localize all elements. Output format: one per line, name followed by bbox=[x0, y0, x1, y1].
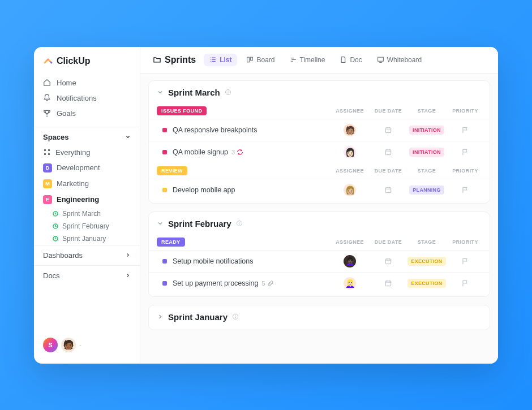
cell-assignee[interactable]: 👩🏼 bbox=[333, 184, 366, 196]
space-everything[interactable]: Everything bbox=[34, 145, 140, 160]
cell-due[interactable] bbox=[372, 279, 405, 287]
col-stage: STAGE bbox=[410, 108, 443, 114]
tab-list[interactable]: List bbox=[204, 54, 237, 66]
sprint-label: Sprint January bbox=[62, 235, 106, 243]
cell-priority[interactable] bbox=[449, 148, 482, 156]
info-icon[interactable] bbox=[236, 219, 243, 228]
cell-stage[interactable]: PLANNING bbox=[410, 185, 443, 195]
group-label[interactable]: ISSUES FOUND bbox=[157, 106, 207, 115]
sprint-title-row[interactable]: Sprint February bbox=[149, 219, 490, 234]
info-icon[interactable] bbox=[225, 88, 231, 97]
primary-nav: Home Notifications Goals bbox=[34, 74, 140, 122]
sprint-card: Sprint March ISSUES FOUND ASSIGNEE DUE D… bbox=[148, 80, 490, 204]
info-icon[interactable] bbox=[232, 312, 239, 322]
nav-home[interactable]: Home bbox=[34, 75, 140, 90]
cell-due[interactable] bbox=[372, 126, 405, 134]
space-label: Engineering bbox=[57, 195, 99, 204]
task-columns: 👩🏿‍🦱 EXECUTION bbox=[333, 255, 482, 267]
svg-rect-15 bbox=[385, 187, 391, 192]
spaces-header[interactable]: Spaces bbox=[34, 127, 140, 145]
task-columns: 👩🏻 INITIATION bbox=[333, 146, 482, 158]
task-columns: 🧑🏽 INITIATION bbox=[333, 124, 482, 136]
board-icon bbox=[246, 56, 254, 63]
svg-rect-18 bbox=[239, 223, 239, 225]
space-development[interactable]: D Development bbox=[34, 160, 140, 176]
cell-priority[interactable] bbox=[449, 126, 482, 134]
user-avatar-initial[interactable]: S bbox=[43, 338, 58, 352]
svg-rect-20 bbox=[385, 280, 391, 286]
docs-label: Docs bbox=[43, 271, 60, 280]
stage-badge: INITIATION bbox=[409, 148, 444, 157]
task-name: Set up payment processing5 bbox=[173, 279, 333, 287]
cell-stage[interactable]: INITIATION bbox=[410, 148, 443, 157]
task-row[interactable]: Set up payment processing5 👱🏻‍♀️ EXECUTI… bbox=[149, 272, 490, 294]
stage-badge: PLANNING bbox=[409, 185, 444, 195]
space-marketing[interactable]: M Marketing bbox=[34, 176, 140, 192]
cell-assignee[interactable]: 👩🏻 bbox=[333, 146, 366, 158]
cell-priority[interactable] bbox=[449, 257, 482, 265]
cell-stage[interactable]: EXECUTION bbox=[410, 257, 443, 266]
clickup-logo-icon bbox=[43, 56, 53, 66]
sidebar-dashboards[interactable]: Dashboards bbox=[34, 245, 140, 265]
cell-due[interactable] bbox=[372, 148, 405, 156]
group-label[interactable]: READY bbox=[157, 238, 185, 247]
sprint-icon bbox=[52, 210, 59, 217]
sprint-card: Sprint January bbox=[148, 305, 490, 330]
sidebar-sprint-january[interactable]: Sprint January bbox=[34, 232, 140, 245]
sprint-title-row[interactable]: Sprint January bbox=[149, 312, 490, 327]
task-row[interactable]: QA mobile signup3 👩🏻 INITIATION bbox=[149, 141, 490, 163]
nav-goals[interactable]: Goals bbox=[34, 106, 140, 121]
cell-stage[interactable]: INITIATION bbox=[410, 126, 443, 135]
column-headers: ASSIGNEE DUE DATE STAGE PRIORITY bbox=[333, 108, 482, 114]
space-badge: D bbox=[43, 163, 52, 172]
cell-due[interactable] bbox=[372, 186, 405, 194]
whiteboard-icon bbox=[377, 56, 384, 63]
svg-point-0 bbox=[44, 149, 45, 150]
col-priority: PRIORITY bbox=[449, 168, 482, 174]
svg-rect-8 bbox=[251, 57, 253, 60]
nav-notifications[interactable]: Notifications bbox=[34, 90, 140, 106]
group-label[interactable]: REVIEW bbox=[157, 166, 187, 175]
cell-due[interactable] bbox=[372, 257, 405, 265]
space-engineering[interactable]: E Engineering bbox=[34, 192, 140, 208]
space-label: Marketing bbox=[57, 179, 89, 188]
list-icon bbox=[209, 56, 217, 63]
cell-assignee[interactable]: 👩🏿‍🦱 bbox=[333, 255, 366, 267]
cell-stage[interactable]: EXECUTION bbox=[410, 279, 443, 288]
col-assignee: ASSIGNEE bbox=[333, 108, 366, 114]
svg-point-11 bbox=[228, 90, 228, 91]
chevron-right-icon bbox=[125, 273, 131, 278]
cell-assignee[interactable]: 👱🏻‍♀️ bbox=[333, 277, 366, 290]
brand-logo[interactable]: ClickUp bbox=[34, 54, 140, 74]
sidebar-sprint-february[interactable]: Sprint February bbox=[34, 220, 140, 232]
doc-icon bbox=[340, 56, 347, 63]
spaces-title: Spaces bbox=[43, 133, 69, 141]
tab-doc[interactable]: Doc bbox=[334, 54, 367, 66]
brand-name: ClickUp bbox=[57, 56, 91, 66]
cell-assignee[interactable]: 🧑🏽 bbox=[333, 124, 366, 136]
sidebar-docs[interactable]: Docs bbox=[34, 265, 140, 286]
user-avatar-secondary[interactable]: 🧑🏾 bbox=[61, 338, 76, 352]
cell-priority[interactable] bbox=[449, 279, 482, 287]
app-window: ClickUp Home Notifications Goals Spaces … bbox=[34, 47, 498, 364]
task-row[interactable]: Develop mobile app 👩🏼 PLANNING bbox=[149, 179, 490, 201]
tab-board[interactable]: Board bbox=[241, 54, 280, 66]
sidebar-sprint-march[interactable]: Sprint March bbox=[34, 208, 140, 220]
task-row[interactable]: Setup mobile notifications 👩🏿‍🦱 EXECUTIO… bbox=[149, 250, 490, 272]
svg-rect-14 bbox=[385, 149, 391, 154]
grid-icon bbox=[43, 148, 51, 156]
task-columns: 👩🏼 PLANNING bbox=[333, 184, 482, 196]
breadcrumb-title[interactable]: Sprints bbox=[148, 53, 200, 67]
task-subtask-count: 3 bbox=[231, 149, 243, 156]
cell-priority[interactable] bbox=[449, 186, 482, 194]
nav-home-label: Home bbox=[57, 79, 76, 87]
space-badge: E bbox=[43, 195, 52, 204]
footer-more: · bbox=[79, 340, 81, 349]
timeline-icon bbox=[290, 56, 297, 63]
topbar: Sprints List Board Timeline Doc Whiteboa… bbox=[140, 47, 498, 74]
tab-whiteboard[interactable]: Whiteboard bbox=[371, 54, 427, 66]
tab-timeline[interactable]: Timeline bbox=[284, 54, 331, 66]
sprint-title-row[interactable]: Sprint March bbox=[149, 88, 490, 103]
tab-doc-label: Doc bbox=[350, 56, 362, 64]
task-row[interactable]: QA responsive breakpoints 🧑🏽 INITIATION bbox=[149, 119, 490, 141]
